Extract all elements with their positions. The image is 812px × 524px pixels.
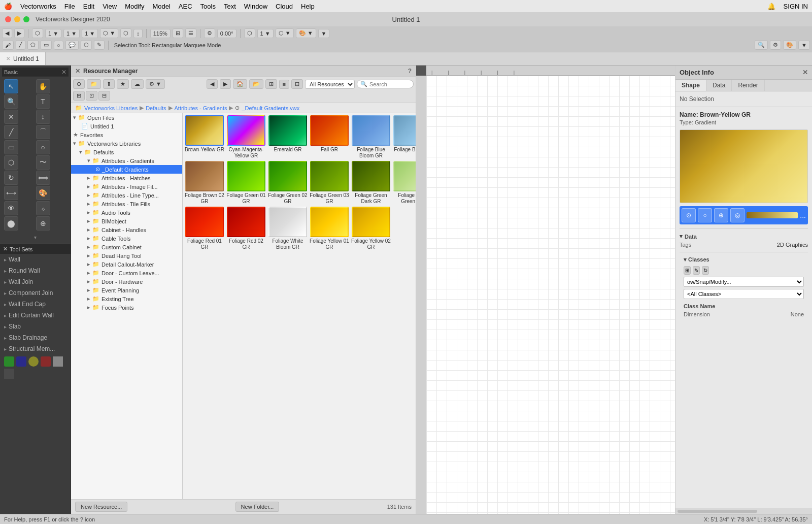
gradient-item-foliage-green01[interactable]: Foliage Green 01 GR <box>226 161 266 205</box>
rm-btn-list-view[interactable]: ≡ <box>279 80 289 89</box>
tree-item-open-files[interactable]: ▾ 📁 Open Files <box>71 113 182 122</box>
rm-btn-grid-view[interactable]: ⊞ <box>265 79 277 89</box>
tree-item-cabinet-handles[interactable]: ▸ 📁 Cabinet - Handles <box>71 225 182 234</box>
rm-btn-detail-view[interactable]: ⊟ <box>291 79 303 89</box>
tree-item-attr-gradients[interactable]: ▾ 📁 Attributes - Gradients <box>71 156 182 165</box>
toolbar-btn-line[interactable]: ╱ <box>16 40 25 50</box>
angle-btn[interactable]: 0.00° <box>217 29 236 38</box>
basic-close-icon[interactable]: ✕ <box>61 69 66 76</box>
toolbar-btn-view2[interactable]: ⬡ <box>244 28 255 38</box>
toolbar-btn-layer[interactable]: ☰ <box>185 28 196 38</box>
rm-btn-back[interactable]: ◀ <box>207 79 218 89</box>
rm-path-gradients[interactable]: Attributes - Gradients <box>175 105 227 111</box>
toolbar-btn-select[interactable]: ⬡ <box>32 28 43 38</box>
rp-close-icon[interactable]: ✕ <box>802 69 808 76</box>
rm-close-icon[interactable]: ✕ <box>75 68 80 75</box>
tab-untitled1[interactable]: ✕ Untitled 1 <box>0 52 46 65</box>
rm-path-libraries[interactable]: Vectorworks Libraries <box>84 105 138 111</box>
menu-help[interactable]: Help <box>301 3 315 10</box>
rm-btn-cloud[interactable]: ☁ <box>131 79 144 89</box>
tool-attr[interactable]: 🎨 <box>36 186 50 200</box>
tree-item-vw-libraries[interactable]: ▾ 📁 Vectorworks Libraries <box>71 139 182 148</box>
rp-scrollbar-thumb[interactable] <box>678 510 757 513</box>
gradient-item-foliage-red01[interactable]: Foliage Red 01 GR <box>185 207 224 250</box>
gradient-item-foliage-blue-bloom[interactable]: Foliage Blue Bloom GR <box>351 115 391 159</box>
tool-set-wall-end-cap[interactable]: ▸ Wall End Cap <box>0 299 71 310</box>
color-swatch-yellow-circle[interactable] <box>28 356 39 367</box>
rm-btn-upload[interactable]: ⬆ <box>103 79 115 89</box>
rm-btn-view2[interactable]: ⊡ <box>86 91 97 101</box>
tool-grip[interactable]: ⬦ <box>36 201 50 215</box>
gradient-item-foliage-yellow01[interactable]: Foliage Yellow 01 GR <box>310 207 349 250</box>
tool-eye[interactable]: 👁 <box>4 201 18 215</box>
classes-btn-2[interactable]: ✎ <box>693 266 700 275</box>
menu-cloud[interactable]: Cloud <box>276 3 293 10</box>
gc-btn-2[interactable]: ○ <box>698 208 712 222</box>
tool-rect[interactable]: ▭ <box>4 140 18 154</box>
gradient-item-fall[interactable]: Fall GR <box>310 115 349 159</box>
tree-item-attr-image[interactable]: ▸ 📁 Attributes - Image Fil... <box>71 182 182 191</box>
tool-line[interactable]: ╱ <box>4 125 18 139</box>
toolbar-btn-3d[interactable]: 1 ▼ <box>82 29 98 38</box>
gradient-item-foliage-blue[interactable]: Foliage Blue GR <box>393 115 416 159</box>
color-swatch-blue[interactable] <box>16 356 26 367</box>
rp-tab-data[interactable]: Data <box>706 80 732 91</box>
tree-item-untitled1[interactable]: 📄 Untitled 1 <box>71 122 182 130</box>
rm-btn-forward[interactable]: ▶ <box>220 79 231 89</box>
toolbar-btn-settings[interactable]: ⚙ <box>770 40 781 50</box>
tree-item-dead-hang[interactable]: ▸ 📁 Dead Hang Tool <box>71 251 182 260</box>
tool-connect[interactable]: ⊕ <box>36 216 50 231</box>
tool-set-structural-mem[interactable]: ▸ Structural Mem... <box>0 343 71 354</box>
tool-text[interactable]: T <box>36 94 50 109</box>
gradient-item-foliage-green03[interactable]: Foliage Green 03 GR <box>310 161 349 205</box>
tool-set-wall-join[interactable]: ▸ Wall Join <box>0 276 71 287</box>
tree-item-custom-cabinet[interactable]: ▸ 📁 Custom Cabinet <box>71 243 182 251</box>
menu-aec[interactable]: AEC <box>179 3 192 10</box>
menu-modify[interactable]: Modify <box>125 3 144 10</box>
gc-btn-4[interactable]: ◎ <box>730 208 745 222</box>
tool-curve[interactable]: 〜 <box>36 155 50 170</box>
menu-model[interactable]: Model <box>152 3 170 10</box>
tool-select[interactable]: ↖ <box>4 79 18 93</box>
tree-item-bimobject[interactable]: ▸ 📁 BIMobject <box>71 217 182 225</box>
tool-set-edit-curtain-wall[interactable]: ▸ Edit Curtain Wall <box>0 310 71 321</box>
tool-mirror[interactable]: ⟺ <box>36 171 50 185</box>
toolbar-btn-classes[interactable]: ⬡ ▼ <box>276 28 294 38</box>
color-swatch-dark[interactable] <box>4 369 14 379</box>
new-folder-button[interactable]: New Folder... <box>235 502 280 512</box>
menu-tools[interactable]: Tools <box>200 3 216 10</box>
color-swatch-gray[interactable] <box>53 356 63 367</box>
tree-item-door-hardware[interactable]: ▸ 📁 Door - Hardware <box>71 277 182 286</box>
rm-btn-star[interactable]: ★ <box>117 79 129 89</box>
classes-btn-1[interactable]: ⊞ <box>684 266 691 275</box>
tool-set-component-join[interactable]: ▸ Component Join <box>0 287 71 299</box>
tree-item-favorites[interactable]: ★ Favorites <box>71 130 182 139</box>
rp-tab-render[interactable]: Render <box>732 80 764 91</box>
toolbar-btn-layers2[interactable]: 1 ▼ <box>257 29 274 38</box>
toolbar-btn-color[interactable]: 🎨 ▼ <box>296 28 316 38</box>
toolbar-btn-snap[interactable]: ⚙ <box>204 28 215 38</box>
tree-item-event-planning[interactable]: ▸ 📁 Event Planning <box>71 286 182 294</box>
snap-modify-select[interactable]: ow/Snap/Modify... <box>684 277 804 287</box>
toolbar-btn-flip[interactable]: ↕ <box>133 29 143 38</box>
classes-btn-3[interactable]: ↻ <box>702 266 709 275</box>
all-resources-select[interactable]: All Resources <box>305 80 355 89</box>
sign-in[interactable]: SIGN IN <box>784 3 808 10</box>
rm-btn-folder[interactable]: 📁 <box>87 79 101 89</box>
gradient-item-foliage-white-bloom[interactable]: Foliage White Bloom GR <box>268 207 308 250</box>
tree-item-detail-callout[interactable]: ▸ 📁 Detail Callout-Marker <box>71 260 182 269</box>
tool-rotate[interactable]: ↻ <box>4 171 18 185</box>
tool-set-wall[interactable]: ▸ Wall <box>0 254 71 265</box>
gradient-item-foliage-light-green[interactable]: Foliage Light Green GR <box>393 161 416 205</box>
gradient-item-emerald[interactable]: Emerald GR <box>268 115 308 159</box>
tool-zoom[interactable]: 🔍 <box>4 94 18 109</box>
menu-text[interactable]: Text <box>224 3 236 10</box>
search-input[interactable] <box>369 81 410 87</box>
menu-view[interactable]: View <box>103 3 117 10</box>
gradient-item-foliage-red02[interactable]: Foliage Red 02 GR <box>226 207 266 250</box>
tool-poly[interactable]: ⬡ <box>4 155 18 170</box>
color-swatch-green[interactable] <box>4 356 14 367</box>
gc-btn-1[interactable]: ⊙ <box>682 208 696 222</box>
all-classes-select[interactable]: <All Classes> <box>684 289 804 299</box>
data-section-header[interactable]: ▾ Data <box>680 232 808 241</box>
